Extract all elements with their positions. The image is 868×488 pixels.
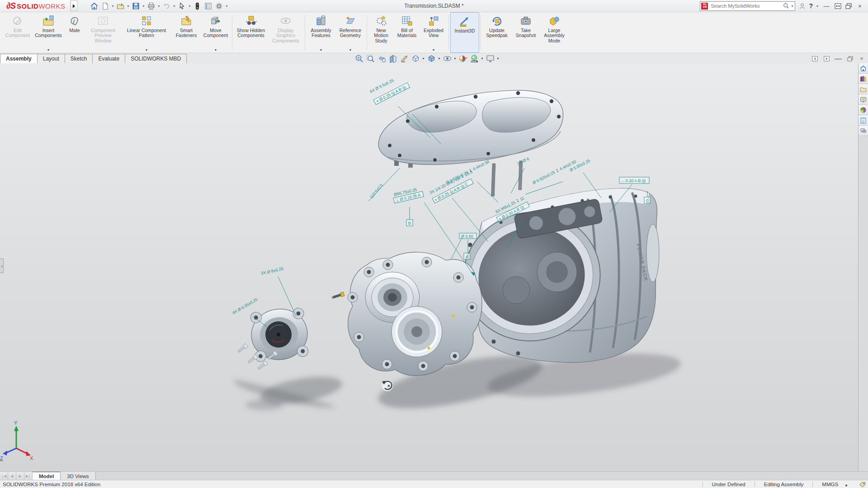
custom-properties-tab[interactable] — [859, 115, 868, 126]
linear-component-pattern-button[interactable]: Linear Component Pattern ▼ — [121, 12, 172, 53]
tab-3d-views[interactable]: 3D Views — [61, 472, 95, 480]
mate-button[interactable]: Mate — [64, 12, 85, 53]
zoom-to-area-icon[interactable] — [365, 54, 375, 63]
new-motion-study-button[interactable]: New Motion Study — [368, 12, 394, 53]
section-view-icon[interactable] — [388, 54, 398, 63]
edit-appearance-icon[interactable] — [458, 54, 468, 63]
search-input[interactable] — [710, 3, 782, 9]
datum-b[interactable]: B — [406, 220, 413, 226]
large-assembly-mode-button[interactable]: Large Assembly Mode — [540, 12, 568, 53]
reference-geometry-button[interactable]: Reference Geometry ▼ — [335, 12, 365, 53]
part-main-case[interactable]: POWER PACK — [451, 188, 659, 362]
exploded-view-button[interactable]: Exploded View ▼ — [420, 12, 447, 53]
hide-show-items-icon[interactable] — [442, 54, 452, 63]
chevron-down-icon[interactable]: ▼ — [47, 48, 50, 52]
instant3d-button[interactable]: Instant3D — [450, 12, 479, 53]
tab-solidworks-mbd[interactable]: SOLIDWORKS MBD — [125, 54, 187, 64]
annotation-fcf[interactable]: ⌓ 0.20 A B Ⓜ — [621, 178, 646, 183]
login-user-icon[interactable] — [798, 1, 806, 10]
first-tab-button[interactable]: ❘◀ — [0, 472, 8, 480]
solidworks-forum-tab[interactable] — [859, 126, 868, 136]
print-button[interactable] — [146, 1, 156, 11]
search-icon[interactable] — [782, 1, 790, 10]
chevron-down-icon[interactable]: ▾ — [188, 4, 192, 8]
tab-assembly[interactable]: Assembly — [0, 54, 38, 64]
annotation-fcf[interactable]: Ø 0.50 — [461, 234, 473, 239]
last-tab-button[interactable]: ▶❘ — [24, 472, 33, 480]
assembly-features-button[interactable]: Assembly Features ▼ — [307, 12, 335, 53]
chevron-down-icon[interactable]: ▾ — [142, 4, 146, 8]
undo-button[interactable] — [162, 1, 172, 11]
display-graphics-components-button[interactable]: Display Graphics Components — [268, 12, 303, 53]
open-button[interactable] — [116, 1, 126, 11]
previous-view-icon[interactable] — [377, 54, 387, 63]
chevron-down-icon[interactable]: ▼ — [349, 48, 352, 52]
datum-c[interactable]: C — [644, 197, 651, 203]
annotation-dimension[interactable]: 110.5±0.5 — [369, 183, 384, 200]
bill-of-materials-button[interactable]: Bill of Materials — [394, 12, 420, 53]
show-hidden-components-button[interactable]: Show Hidden Components — [234, 12, 268, 53]
chevron-down-icon[interactable]: ▼ — [438, 57, 441, 60]
help-button[interactable]: ? — [809, 2, 813, 9]
design-library-tab[interactable] — [859, 74, 868, 84]
annotation-views-icon[interactable] — [399, 54, 409, 63]
previous-tab-button[interactable]: ◀ — [8, 472, 16, 480]
chevron-down-icon[interactable]: ▾ — [157, 4, 161, 8]
chevron-down-icon[interactable]: ▾ — [111, 4, 115, 8]
close-document-icon[interactable]: × — [858, 55, 865, 62]
annotation-callout[interactable]: 2X Ø 6 — [516, 156, 530, 166]
chevron-down-icon[interactable]: ▼ — [145, 48, 148, 52]
annotation-callout[interactable]: 3X Ø 8±0.25 — [260, 267, 283, 276]
collapse-right-pane-icon[interactable] — [823, 55, 830, 62]
pane-splitter-handle[interactable]: ◂ — [0, 258, 4, 273]
apply-scene-icon[interactable] — [469, 54, 479, 63]
rebuild-button[interactable] — [193, 1, 203, 11]
select-button[interactable] — [177, 1, 187, 11]
chevron-down-icon[interactable]: ▼ — [422, 57, 425, 60]
chevron-down-icon[interactable]: ▼ — [432, 48, 435, 52]
file-properties-button[interactable] — [203, 1, 213, 11]
chevron-down-icon[interactable]: ▼ — [214, 48, 217, 52]
part-center-housing[interactable] — [348, 252, 482, 375]
datum-a[interactable]: A — [464, 253, 470, 259]
home-button[interactable] — [90, 1, 99, 11]
collapse-left-pane-icon[interactable] — [811, 55, 818, 62]
smart-fasteners-button[interactable]: Smart Fasteners — [172, 12, 201, 53]
tab-layout[interactable]: Layout — [38, 54, 65, 64]
set-screw[interactable] — [331, 292, 344, 300]
chevron-down-icon[interactable]: ▼ — [496, 57, 500, 60]
take-snapshot-button[interactable]: Take Snapshot — [511, 12, 540, 53]
update-speedpak-button[interactable]: Update Speedpak — [482, 12, 511, 53]
graphics-area[interactable]: POWER PACK — [0, 63, 868, 471]
tab-evaluate[interactable]: Evaluate — [93, 54, 125, 64]
annotation-callout[interactable]: Ø 9.525±0.25 ↧ 4.44±0.50 — [532, 159, 577, 185]
restore-button[interactable] — [844, 1, 853, 10]
search-box[interactable]: My SW ▾ — [700, 1, 795, 11]
file-explorer-tab[interactable] — [859, 84, 868, 94]
close-button[interactable]: × — [855, 3, 864, 9]
chevron-down-icon[interactable]: ▾ — [225, 4, 229, 8]
chevron-down-icon[interactable]: ▾ — [127, 4, 130, 8]
next-tab-button[interactable]: ▶ — [16, 472, 24, 480]
chevron-down-icon[interactable]: ▾ — [816, 4, 819, 8]
units-selector[interactable]: MMGS▲ — [814, 482, 856, 487]
component-preview-window-button[interactable]: Component Preview Window — [85, 12, 121, 53]
task-pane-home-tab[interactable] — [859, 63, 868, 74]
save-button[interactable] — [131, 1, 141, 11]
minimize-document-icon[interactable]: — — [835, 55, 842, 62]
menu-flyout-button[interactable] — [71, 0, 78, 11]
chevron-down-icon[interactable]: ▼ — [320, 48, 323, 52]
display-style-icon[interactable] — [426, 54, 436, 63]
part-end-cover[interactable] — [248, 305, 311, 363]
options-button[interactable] — [214, 1, 224, 11]
view-palette-tab[interactable] — [859, 94, 868, 105]
new-document-button[interactable] — [100, 1, 110, 11]
chevron-down-icon[interactable]: ▾ — [790, 4, 794, 8]
edit-component-button[interactable]: Edit Component — [3, 12, 33, 53]
chevron-down-icon[interactable]: ▼ — [481, 57, 484, 60]
tab-sketch[interactable]: Sketch — [65, 54, 93, 64]
insert-components-button[interactable]: Insert Components ▼ — [33, 12, 64, 53]
fullscreen-button[interactable] — [834, 1, 842, 10]
view-orientation-icon[interactable] — [410, 54, 420, 63]
restore-document-icon[interactable] — [846, 55, 854, 62]
